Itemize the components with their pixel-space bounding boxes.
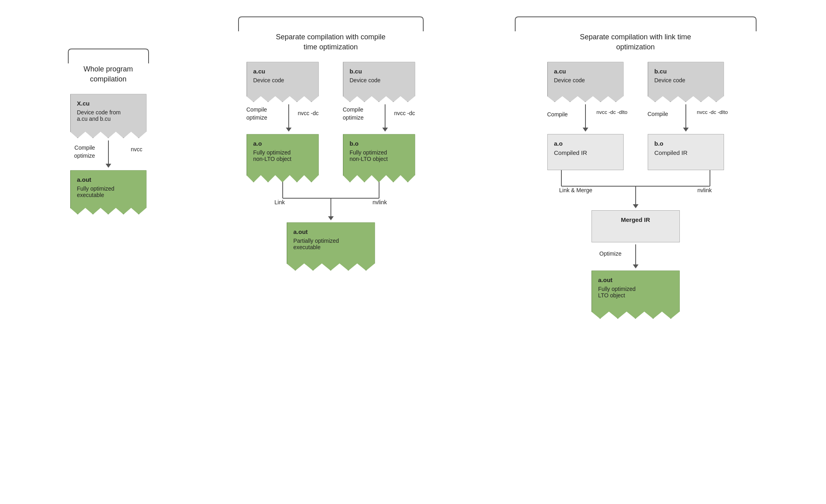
aout-col3-body: Fully optimizedLTO object <box>598 286 673 299</box>
col2-merge-svg <box>235 182 427 222</box>
svg-marker-9 <box>633 204 638 208</box>
merged-ir: Merged IR <box>591 210 680 242</box>
col2b: b.cu Device code Compileoptimize nvcc -d… <box>343 62 415 182</box>
col3-merge-label-right: nvlink <box>698 187 712 193</box>
bcu-col2: b.cu Device code <box>343 62 415 102</box>
bcu-col2-title: b.cu <box>350 68 408 75</box>
col3-optimize-arrow: Optimize <box>591 242 680 270</box>
col1-label-left: Compileoptimize <box>74 144 95 160</box>
aout-col1: a.out Fully optimizedexecutable <box>70 170 147 214</box>
col2-merge-label-right: nvlink <box>373 199 387 205</box>
optimize-label: Optimize <box>600 250 622 257</box>
col2-bracket-svg <box>235 16 427 32</box>
col2a: a.cu Device code Compileoptimize nvcc -d… <box>247 62 319 182</box>
ao-col2-title: a.o <box>253 140 312 147</box>
col3b-label-right: nvcc -dc -dlto <box>697 109 728 115</box>
bo-col3-body: Compiled IR <box>655 149 717 156</box>
aout-col1-body: Fully optimizedexecutable <box>77 185 140 198</box>
col3-merge-label-left: Link & Merge <box>559 187 592 193</box>
aout-col3: a.out Fully optimizedLTO object <box>591 270 680 319</box>
bcu-col2-body: Device code <box>350 77 408 83</box>
col3a-arrow-area: Compile nvcc -dc -dlto <box>547 102 624 134</box>
col2-subcols: a.cu Device code Compileoptimize nvcc -d… <box>247 62 415 182</box>
acu-col3: a.cu Device code <box>547 62 624 102</box>
bcu-col3-title: b.cu <box>655 68 717 75</box>
bcu-col3: b.cu Device code <box>648 62 724 102</box>
col2a-label-left: Compileoptimize <box>247 106 267 122</box>
bcu-col3-body: Device code <box>655 77 717 83</box>
aout-col2: a.out Partially optimizedexecutable <box>287 222 375 270</box>
ao-col3-title: a.o <box>554 140 617 147</box>
aout-col2-body: Partially optimizedexecutable <box>294 238 368 250</box>
col2b-arrow-area: Compileoptimize nvcc -dc <box>343 102 415 134</box>
xcu-title: X.cu <box>77 100 140 107</box>
col2b-label-left: Compileoptimize <box>343 106 364 122</box>
bo-col2-body: Fully optimizednon-LTO object <box>350 149 408 162</box>
col3b: b.cu Device code Compile nvcc -dc -dlto … <box>648 62 724 170</box>
xcu-body: Device code froma.cu and b.cu <box>77 109 140 122</box>
acu-col2-title: a.cu <box>253 68 312 75</box>
col3-bracket <box>511 16 760 32</box>
col1-title: Whole programcompilation <box>84 64 133 84</box>
ao-col2: a.o Fully optimizednon-LTO object <box>247 134 319 182</box>
col2-merge-label-left: Link <box>275 199 285 205</box>
xcu-doc: X.cu Device code froma.cu and b.cu <box>70 94 147 138</box>
bo-col2: b.o Fully optimizednon-LTO object <box>343 134 415 182</box>
bo-col2-title: b.o <box>350 140 408 147</box>
col3-section: Separate compilation with link timeoptim… <box>495 16 776 319</box>
col1-bracket-svg <box>64 48 153 64</box>
col2b-label-right: nvcc -dc <box>394 110 415 116</box>
ao-col2-body: Fully optimizednon-LTO object <box>253 149 312 162</box>
col2-merge-area: Link nvlink <box>235 182 427 222</box>
ao-col3: a.o Compiled IR <box>547 134 624 170</box>
col3-merge-area: Link & Merge nvlink <box>511 170 760 210</box>
acu-col2: a.cu Device code <box>247 62 319 102</box>
col2-bracket <box>235 16 427 32</box>
acu-col3-title: a.cu <box>554 68 617 75</box>
col3-title: Separate compilation with link timeoptim… <box>580 32 691 52</box>
col3a: a.cu Device code Compile nvcc -dc -dlto … <box>547 62 624 170</box>
col3b-label-left: Compile <box>648 111 668 117</box>
col1-label-right: nvcc <box>131 146 143 152</box>
ao-col3-body: Compiled IR <box>554 149 617 156</box>
bo-col3: b.o Compiled IR <box>648 134 724 170</box>
acu-col2-body: Device code <box>253 77 312 83</box>
merged-ir-title: Merged IR <box>598 216 673 223</box>
col2-section: Separate compilation with compiletime op… <box>218 16 443 270</box>
col1-arrow-area: Compileoptimize nvcc <box>70 138 147 170</box>
col1-section: Whole programcompilation X.cu Device cod… <box>50 16 167 214</box>
col2a-label-right: nvcc -dc <box>298 110 318 116</box>
col3-merge-svg <box>511 170 760 210</box>
col3-subcols: a.cu Device code Compile nvcc -dc -dlto … <box>547 62 724 170</box>
col3b-arrow-area: Compile nvcc -dc -dlto <box>648 102 724 134</box>
acu-col3-body: Device code <box>554 77 617 83</box>
aout-col3-title: a.out <box>598 276 673 283</box>
svg-marker-4 <box>328 216 334 220</box>
diagram-container: Whole programcompilation X.cu Device cod… <box>0 0 826 335</box>
col2a-arrow-area: Compileoptimize nvcc -dc <box>247 102 319 134</box>
col3a-label-left: Compile <box>547 111 568 119</box>
col1-bracket <box>64 48 153 64</box>
col2-title: Separate compilation with compiletime op… <box>276 32 385 52</box>
bo-col3-title: b.o <box>655 140 717 147</box>
aout-col1-title: a.out <box>77 176 140 183</box>
col3-bracket-svg <box>511 16 760 32</box>
aout-col2-title: a.out <box>294 228 368 235</box>
col3a-label-right: nvcc -dc -dlto <box>596 109 627 115</box>
